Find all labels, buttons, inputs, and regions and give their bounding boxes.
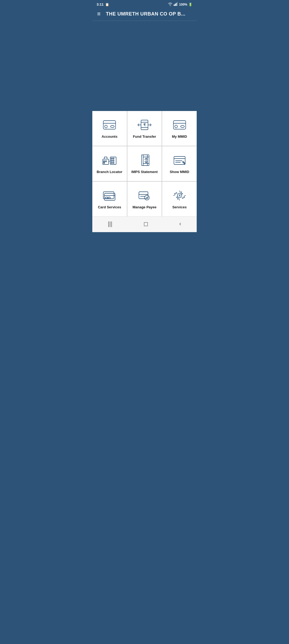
svg-rect-40 bbox=[104, 193, 115, 200]
svg-point-6 bbox=[105, 125, 107, 128]
menu-item-imps-statement[interactable]: IMPS Statement bbox=[127, 146, 162, 181]
svg-text:₹: ₹ bbox=[143, 123, 146, 127]
imps-statement-icon bbox=[137, 154, 152, 166]
menu-item-branch-locator[interactable]: Branch Locator bbox=[92, 146, 127, 181]
branch-locator-icon bbox=[102, 154, 117, 166]
status-left: 3:11 📋 bbox=[97, 2, 109, 6]
branch-locator-label: Branch Locator bbox=[97, 170, 122, 174]
show-mmid-icon bbox=[172, 154, 187, 166]
svg-rect-0 bbox=[174, 5, 174, 6]
battery-icon: 🔋 bbox=[188, 3, 192, 6]
svg-rect-22 bbox=[104, 162, 105, 163]
app-header: ≡ THE UMRETH URBAN CO OP B... bbox=[92, 8, 197, 21]
my-mmid-label: My MMID bbox=[172, 135, 187, 139]
back-icon: ‹ bbox=[179, 220, 181, 227]
card-services-icon bbox=[102, 190, 117, 201]
svg-rect-28 bbox=[113, 162, 114, 163]
menu-item-manage-payee[interactable]: Manage Payee bbox=[127, 182, 162, 216]
svg-point-15 bbox=[181, 125, 184, 128]
status-bar: 3:11 📋 100% 🔋 bbox=[92, 0, 197, 8]
fund-transfer-icon: ₹ bbox=[137, 119, 152, 131]
svg-rect-29 bbox=[142, 155, 147, 166]
svg-rect-4 bbox=[103, 121, 116, 129]
accounts-icon bbox=[102, 119, 117, 131]
manage-payee-icon bbox=[137, 190, 152, 201]
menu-item-show-mmid[interactable]: Show MMID bbox=[162, 146, 197, 181]
svg-rect-23 bbox=[111, 158, 112, 159]
bottom-navigation: ||| ◻ ‹ bbox=[92, 216, 197, 232]
svg-point-14 bbox=[175, 125, 177, 128]
banner-area bbox=[92, 21, 197, 111]
svg-rect-3 bbox=[177, 2, 178, 6]
wifi-icon bbox=[168, 2, 173, 7]
menu-item-card-services[interactable]: Card Services bbox=[92, 182, 127, 216]
svg-text:₹: ₹ bbox=[178, 194, 180, 197]
svg-rect-42 bbox=[105, 197, 108, 198]
menu-item-fund-transfer[interactable]: ₹ Fund Transfer bbox=[127, 111, 162, 146]
home-icon: ◻ bbox=[143, 220, 148, 227]
manage-payee-label: Manage Payee bbox=[132, 205, 157, 210]
battery-display: 100% bbox=[179, 3, 187, 6]
card-services-label: Card Services bbox=[98, 205, 121, 210]
screenshot-icon: 📋 bbox=[105, 3, 109, 6]
menu-item-accounts[interactable]: Accounts bbox=[92, 111, 127, 146]
svg-rect-25 bbox=[111, 160, 112, 161]
recent-apps-button[interactable]: ||| bbox=[102, 219, 118, 228]
menu-item-my-mmid[interactable]: My MMID bbox=[162, 111, 197, 146]
svg-rect-1 bbox=[175, 4, 176, 6]
svg-rect-17 bbox=[104, 157, 107, 159]
app-title: THE UMRETH URBAN CO OP B... bbox=[106, 11, 185, 17]
svg-point-7 bbox=[111, 125, 114, 128]
svg-rect-43 bbox=[108, 197, 110, 198]
status-right: 100% 🔋 bbox=[168, 2, 192, 7]
recent-apps-icon: ||| bbox=[108, 220, 112, 227]
home-button[interactable]: ◻ bbox=[138, 219, 154, 228]
my-mmid-icon bbox=[172, 119, 187, 131]
hamburger-menu-icon[interactable]: ≡ bbox=[97, 11, 101, 17]
svg-rect-34 bbox=[174, 156, 185, 164]
svg-rect-26 bbox=[113, 160, 114, 161]
menu-item-services[interactable]: ₹ Services bbox=[162, 182, 197, 216]
signal-icon bbox=[174, 2, 178, 7]
back-button[interactable]: ‹ bbox=[174, 219, 187, 228]
svg-rect-20 bbox=[104, 161, 105, 162]
svg-rect-2 bbox=[176, 3, 177, 6]
menu-grid: Accounts ₹ Fund Transfer M bbox=[92, 111, 197, 216]
fund-transfer-label: Fund Transfer bbox=[133, 135, 156, 139]
svg-rect-24 bbox=[113, 158, 114, 159]
services-label: Services bbox=[172, 205, 187, 210]
services-icon: ₹ bbox=[172, 190, 187, 201]
svg-rect-27 bbox=[111, 162, 112, 163]
svg-rect-39 bbox=[103, 192, 114, 199]
svg-rect-12 bbox=[173, 121, 186, 129]
accounts-label: Accounts bbox=[102, 135, 117, 139]
time-display: 3:11 bbox=[97, 2, 104, 6]
show-mmid-label: Show MMID bbox=[170, 170, 189, 174]
imps-statement-label: IMPS Statement bbox=[131, 170, 158, 174]
svg-rect-21 bbox=[105, 161, 107, 162]
